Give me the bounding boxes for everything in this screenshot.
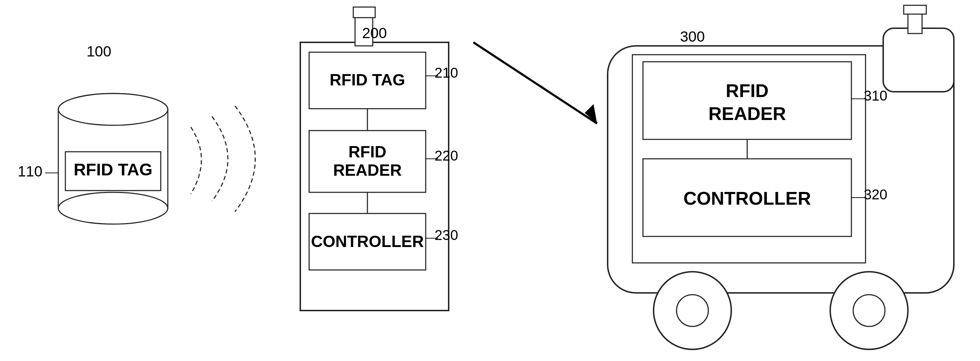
svg-point-2 (58, 192, 168, 224)
tag-label: RFID TAG (73, 160, 152, 179)
label-310: 310 (864, 88, 888, 103)
svg-rect-20 (883, 28, 954, 92)
block-320-text: CONTROLLER (683, 188, 811, 209)
svg-line-17 (473, 42, 597, 124)
svg-point-26 (853, 294, 885, 326)
label-210: 210 (434, 65, 458, 81)
label-110: 110 (18, 163, 42, 180)
svg-point-24 (676, 294, 708, 326)
svg-rect-22 (904, 5, 926, 14)
block-310-text-1: RFID (725, 81, 768, 101)
diagram-container: RFID TAG 100 110 200 RFID TAG 210 RFID R (0, 0, 980, 361)
label-320: 320 (864, 187, 888, 202)
label-300: 300 (680, 28, 705, 45)
svg-point-3 (58, 93, 168, 125)
label-100: 100 (87, 43, 111, 60)
block-210-text: RFID TAG (329, 71, 405, 89)
block-220-text-2: READER (333, 161, 402, 179)
label-220: 220 (434, 148, 458, 163)
label-230: 230 (434, 227, 458, 243)
block-220-text-1: RFID (348, 142, 386, 161)
svg-rect-8 (353, 7, 375, 17)
block-310-text-2: READER (708, 103, 786, 124)
block-230-text: CONTROLLER (311, 232, 423, 250)
label-200: 200 (362, 25, 387, 41)
main-diagram: RFID TAG 100 110 200 RFID TAG 210 RFID R (0, 0, 980, 361)
